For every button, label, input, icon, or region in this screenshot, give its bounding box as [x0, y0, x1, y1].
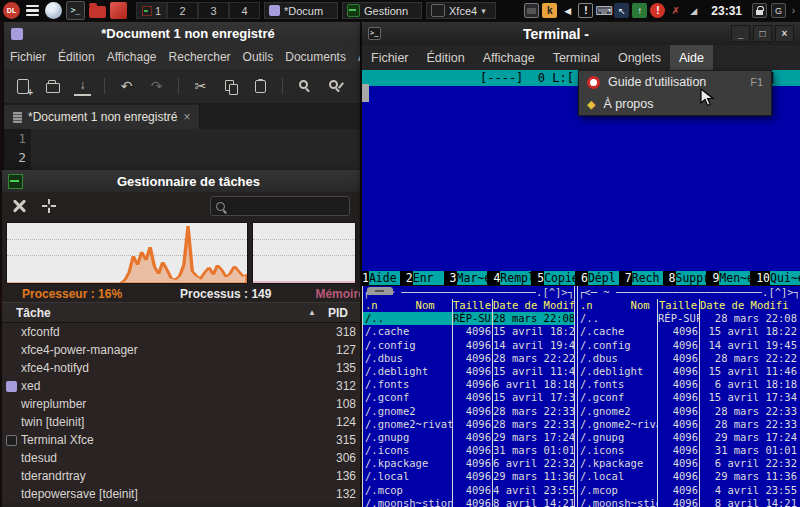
- close-button[interactable]: ×: [775, 25, 794, 42]
- editor-text-area[interactable]: 1 2 deblight.fr.nf deblight.giize.com: [4, 129, 360, 170]
- paste-button[interactable]: [252, 78, 269, 95]
- file-manager-launcher-icon[interactable]: [89, 6, 106, 18]
- keyboard-tray-icon[interactable]: ⌨: [596, 3, 611, 18]
- table-row[interactable]: wireplumber 108: [2, 395, 360, 413]
- function-key[interactable]: 4 Rempl: [493, 271, 537, 285]
- menu-item[interactable]: Rechercher: [163, 50, 237, 64]
- distro-menu-icon[interactable]: DL: [3, 2, 20, 19]
- list-item[interactable]: /.moonsh~stions 4096 8 avril 14:21: [578, 497, 800, 507]
- list-item[interactable]: /.gnome2~rivate 4096 28 mars 22:33: [578, 418, 800, 431]
- list-item[interactable]: /.fonts 4096 6 avril 18:18: [363, 378, 574, 391]
- taskbar-button-taskmanager[interactable]: Gestionn: [342, 2, 422, 19]
- clock[interactable]: 23:31: [711, 4, 742, 18]
- menu-item[interactable]: Fichier: [4, 50, 52, 64]
- table-row[interactable]: tdesud 306: [2, 449, 360, 467]
- display-tray-icon[interactable]: [524, 3, 539, 18]
- window-tab-handle[interactable]: [367, 287, 393, 295]
- table-row[interactable]: twin [tdeinit] 124: [2, 413, 360, 431]
- applications-menu-icon[interactable]: [24, 2, 41, 19]
- mc-updir-button[interactable]: .[^]>┐: [762, 286, 800, 299]
- function-key[interactable]: 5 Copier: [537, 271, 581, 285]
- browser-launcher-icon[interactable]: [45, 2, 62, 19]
- menu-fichier[interactable]: Fichier: [362, 45, 418, 70]
- minimize-button[interactable]: _: [731, 25, 750, 42]
- function-key[interactable]: 6 Dépl: [581, 271, 625, 285]
- app-launcher-icon[interactable]: [110, 2, 127, 19]
- mc-updir-button[interactable]: .[^]>┐: [536, 286, 574, 299]
- workspace-4[interactable]: 4: [229, 2, 260, 19]
- workspace-3[interactable]: 3: [198, 2, 229, 19]
- menu-affichage[interactable]: Affichage: [474, 45, 544, 70]
- copy-button[interactable]: [222, 78, 239, 95]
- save-button[interactable]: ↓: [74, 76, 91, 96]
- list-item[interactable]: /.gnome2 4096 28 mars 22:33: [363, 405, 574, 418]
- cut-button[interactable]: ✂: [192, 78, 209, 95]
- panel-expand-icon[interactable]: ›: [790, 3, 797, 18]
- list-item[interactable]: /.mcop 4096 4 avril 23:55: [363, 484, 574, 497]
- list-item[interactable]: /.config 4096 14 avril 19:45: [363, 339, 574, 352]
- list-item[interactable]: /.fonts 4096 6 avril 18:18: [578, 378, 800, 391]
- list-item[interactable]: /.gnome2~rivate 4096 28 mars 22:33: [363, 418, 574, 431]
- close-tab-icon[interactable]: ×: [183, 110, 190, 124]
- network-monitor-tray-icon[interactable]: ↑: [632, 3, 647, 18]
- function-key[interactable]: 8 Suppr: [669, 271, 713, 285]
- terminal-titlebar[interactable]: >_ Terminal - _ □ ×: [362, 22, 800, 45]
- open-button[interactable]: [44, 78, 61, 95]
- list-item[interactable]: /.gconf 4096 15 avril 17:34: [363, 391, 574, 404]
- function-key[interactable]: 1 Aide: [362, 271, 406, 285]
- volume-tray-icon[interactable]: ◀: [560, 3, 575, 18]
- list-item[interactable]: /.deblight 4096 15 avril 11:46: [578, 365, 800, 378]
- list-item[interactable]: /.dbus 4096 28 mars 22:22: [363, 352, 574, 365]
- taskbar-button-document[interactable]: *Docum: [264, 2, 338, 19]
- menu-item[interactable]: Affichage: [101, 50, 163, 64]
- list-item[interactable]: /.local 4096 29 mars 11:36: [578, 470, 800, 483]
- list-item[interactable]: /.kpackage 4096 6 avril 22:32: [578, 457, 800, 470]
- taskbar-button-terminal[interactable]: Xfce4 ▾: [426, 2, 496, 19]
- table-row[interactable]: xed 312: [2, 377, 360, 395]
- list-item[interactable]: /.cache 4096 15 avril 18:22: [363, 325, 574, 338]
- list-item[interactable]: /.icons 4096 31 mars 01:01: [578, 444, 800, 457]
- function-key[interactable]: 7 Rech: [625, 271, 669, 285]
- klipper-tray-icon[interactable]: k: [542, 3, 557, 18]
- menu-item[interactable]: Édition: [52, 50, 101, 64]
- process-search-box[interactable]: [210, 196, 350, 216]
- list-item[interactable]: /.gnupg 4096 29 mars 17:24: [578, 431, 800, 444]
- terminal-launcher-icon[interactable]: >_: [66, 1, 85, 20]
- list-item[interactable]: /.deblight 4096 15 avril 11:46: [363, 365, 574, 378]
- list-item[interactable]: /.gnome2 4096 28 mars 22:33: [578, 405, 800, 418]
- list-item[interactable]: /.mcop 4096 4 avril 23:55: [578, 484, 800, 497]
- list-item[interactable]: /.config 4096 14 avril 19:45: [578, 339, 800, 352]
- table-row[interactable]: xfce4-power-manager 127: [2, 341, 360, 359]
- new-document-button[interactable]: [14, 78, 31, 95]
- scrollbar[interactable]: [362, 84, 369, 102]
- table-row[interactable]: tdepowersave [tdeinit] 132: [2, 485, 360, 503]
- menu-edition[interactable]: Édition: [418, 45, 474, 70]
- list-item[interactable]: /.kpackage 4096 6 avril 22:32: [363, 457, 574, 470]
- maximize-button[interactable]: □: [753, 25, 772, 42]
- g-applet-icon[interactable]: G: [771, 3, 786, 18]
- microphone-muted-tray-icon[interactable]: ✗: [668, 3, 683, 18]
- table-row[interactable]: tderandrtray 136: [2, 467, 360, 485]
- list-item[interactable]: /.icons 4096 31 mars 01:01: [363, 444, 574, 457]
- security-shield-tray-icon[interactable]: !: [650, 3, 665, 18]
- list-item[interactable]: /.local 4096 29 mars 11:36: [363, 470, 574, 483]
- menu-item[interactable]: Aide: [352, 50, 360, 64]
- redo-button[interactable]: ↷: [148, 78, 165, 95]
- list-item[interactable]: /.. RÉP-SUP 28 mars 22:08: [578, 312, 800, 325]
- workspace-1[interactable]: 1: [136, 2, 167, 19]
- table-row[interactable]: xfce4-notifyd 135: [2, 359, 360, 377]
- menu-item[interactable]: Outils: [237, 50, 280, 64]
- menu-terminal[interactable]: Terminal: [544, 45, 609, 70]
- menu-item-guide[interactable]: Guide d'utilisation F1: [579, 71, 771, 93]
- list-item[interactable]: /.moonsh~stions 4096 8 avril 14:21: [363, 497, 574, 507]
- function-key[interactable]: 10 Qui~er: [756, 271, 800, 285]
- table-row[interactable]: Terminal Xfce 315: [2, 431, 360, 449]
- menu-item[interactable]: Documents: [279, 50, 352, 64]
- editor-titlebar[interactable]: *Document 1 non enregistré: [4, 22, 360, 45]
- menu-item-about[interactable]: ◆ À propos: [579, 93, 771, 115]
- mixer-tray-icon[interactable]: ◢: [686, 3, 701, 18]
- lock-icon[interactable]: [752, 3, 767, 18]
- list-item[interactable]: /.dbus 4096 28 mars 22:22: [578, 352, 800, 365]
- list-item[interactable]: /.gnupg 4096 29 mars 17:24: [363, 431, 574, 444]
- pick-process-icon[interactable]: [42, 199, 56, 213]
